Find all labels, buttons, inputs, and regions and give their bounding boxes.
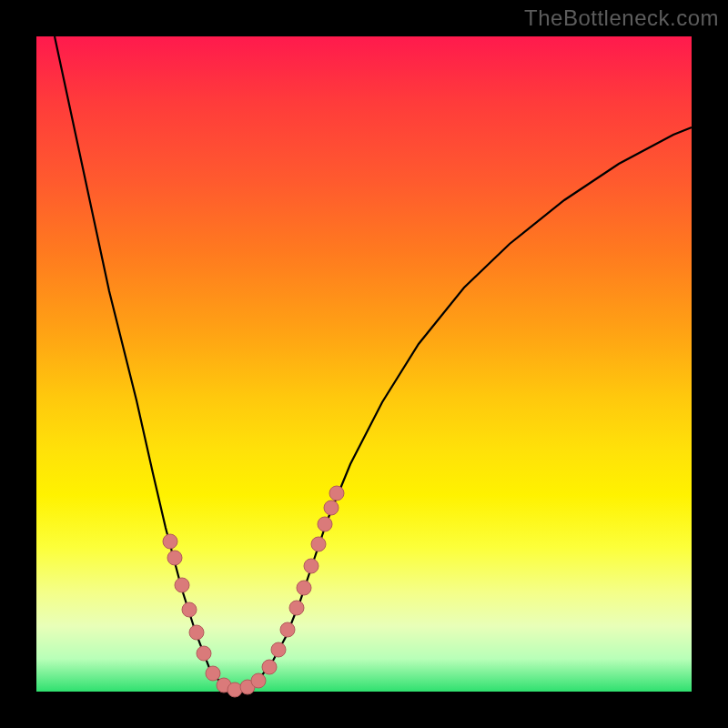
data-marker: [167, 551, 182, 565]
data-marker: [206, 666, 220, 681]
data-marker: [182, 602, 197, 617]
chart-svg: [36, 36, 692, 692]
data-marker: [175, 578, 189, 592]
data-marker: [289, 601, 304, 615]
data-marker: [329, 486, 344, 500]
data-marker: [262, 660, 277, 674]
chart-frame: TheBottleneck.com: [0, 0, 728, 728]
marker-group: [163, 486, 344, 697]
data-marker: [163, 534, 177, 549]
data-marker: [324, 500, 339, 515]
data-marker: [197, 646, 211, 661]
data-marker: [297, 581, 311, 595]
data-marker: [311, 537, 326, 551]
data-marker: [228, 682, 242, 697]
data-marker: [318, 517, 332, 531]
data-marker: [304, 559, 318, 573]
data-marker: [189, 625, 204, 640]
data-marker: [280, 622, 295, 637]
v-curve-line: [55, 36, 692, 690]
data-marker: [271, 642, 286, 657]
plot-area: [36, 36, 692, 692]
data-marker: [251, 673, 266, 688]
watermark-text: TheBottleneck.com: [524, 5, 719, 31]
